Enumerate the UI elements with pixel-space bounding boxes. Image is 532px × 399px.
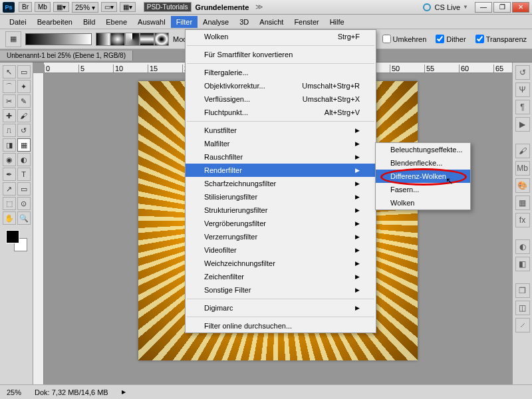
paths-panel-icon[interactable]: ⟋ — [515, 318, 530, 332]
stamp-tool[interactable]: ⎍ — [3, 124, 16, 137]
adjustments-panel-icon[interactable]: ◐ — [515, 239, 530, 254]
filter-item-scharfzeichnungsfilter[interactable]: Scharfzeichnungsfilter▶ — [186, 177, 376, 190]
brush-panel-icon[interactable]: 🖌 — [515, 144, 530, 158]
render-item-wolken[interactable]: Wolken — [376, 196, 470, 209]
filter-item-malfilter[interactable]: Malfilter▶ — [186, 137, 376, 150]
heal-tool[interactable]: ✚ — [3, 109, 16, 122]
styles-panel-icon[interactable]: fx — [515, 213, 530, 227]
channels-panel-icon[interactable]: ◫ — [515, 301, 530, 315]
filter-item-digimarc[interactable]: Digimarc▶ — [186, 301, 376, 315]
gradient-tool-icon[interactable]: ▦ — [5, 31, 21, 47]
filter-item-wolken[interactable]: WolkenStrg+F — [186, 30, 376, 43]
minibridge-button[interactable]: Mb — [35, 2, 51, 12]
history-panel-icon[interactable]: ↺ — [515, 65, 530, 80]
menu-ansicht[interactable]: Ansicht — [254, 16, 289, 28]
status-zoom[interactable]: 25% — [7, 388, 21, 396]
menu-auswahl[interactable]: Auswahl — [132, 16, 171, 28]
render-item-fasern-[interactable]: Fasern... — [376, 183, 470, 196]
swatches-panel-icon[interactable]: ▦ — [515, 196, 530, 210]
bridge-button[interactable]: Br — [19, 2, 32, 12]
render-item-beleuchtungseffekte-[interactable]: Beleuchtungseffekte... — [376, 143, 470, 156]
filter-item-fluchtpunkt-[interactable]: Fluchtpunkt...Alt+Strg+V — [186, 106, 376, 119]
gradient-preview[interactable] — [25, 33, 92, 45]
umkehren-checkbox[interactable]: Umkehren — [382, 35, 427, 43]
reflected-gradient-button[interactable] — [140, 33, 154, 46]
path-tool[interactable]: ↗ — [3, 182, 16, 196]
minimize-button[interactable]: — — [475, 2, 492, 13]
filter-item-objektivkorrektur-[interactable]: Objektivkorrektur...Umschalt+Strg+R — [186, 79, 376, 92]
3d-camera-tool[interactable]: ⊙ — [17, 197, 31, 210]
filter-item-renderfilter[interactable]: Renderfilter▶ — [186, 164, 376, 177]
gradient-tool[interactable]: ▦ — [17, 138, 31, 152]
type-tool[interactable]: T — [17, 168, 31, 181]
actions-panel-icon[interactable]: ▶ — [515, 117, 530, 132]
filter-item-rauschfilter[interactable]: Rauschfilter▶ — [186, 150, 376, 164]
filter-item-strukturierungsfilter[interactable]: Strukturierungsfilter▶ — [186, 203, 376, 217]
crop-tool[interactable]: ✂ — [3, 94, 16, 108]
filter-item-zeichenfilter[interactable]: Zeichenfilter▶ — [186, 270, 376, 283]
screen-mode-button[interactable]: ▦▾ — [53, 2, 69, 12]
filter-item-vergr-berungsfilter[interactable]: Vergröberungsfilter▶ — [186, 217, 376, 230]
menu-datei[interactable]: Datei — [4, 16, 32, 28]
filter-item-f-r-smartfilter-konvertieren[interactable]: Für Smartfilter konvertieren — [186, 48, 376, 61]
zoom-tool[interactable]: 🔍 — [17, 211, 31, 225]
menu-hilfe[interactable]: Hilfe — [325, 16, 350, 28]
filter-item-sonstige-filter[interactable]: Sonstige Filter▶ — [186, 283, 376, 297]
menu-ebene[interactable]: Ebene — [100, 16, 132, 28]
dither-checkbox[interactable]: Dither — [436, 35, 466, 43]
menu-filter[interactable]: Filter — [171, 16, 198, 28]
psd-tutorials-button[interactable]: PSD-Tutorials — [144, 2, 192, 12]
minibridge-panel-icon[interactable]: Mb — [515, 161, 530, 176]
marquee-tool[interactable]: ▭ — [17, 65, 31, 78]
eraser-tool[interactable]: ◨ — [3, 138, 16, 152]
workspace-more-icon[interactable]: ≫ — [255, 3, 263, 11]
linear-gradient-button[interactable] — [96, 33, 110, 46]
filter-item-verzerrungsfilter[interactable]: Verzerrungsfilter▶ — [186, 230, 376, 243]
brush-tool[interactable]: 🖌 — [17, 109, 31, 122]
character-panel-icon[interactable]: Ψ — [515, 82, 530, 97]
maximize-button[interactable]: ❐ — [493, 2, 511, 13]
paragraph-panel-icon[interactable]: ¶ — [515, 100, 530, 114]
close-button[interactable]: ✕ — [512, 2, 529, 13]
menu-bearbeiten[interactable]: Bearbeiten — [32, 16, 78, 28]
masks-panel-icon[interactable]: ◧ — [515, 257, 530, 271]
history-brush-tool[interactable]: ↺ — [17, 124, 31, 137]
filter-item-verfl-ssigen-[interactable]: Verflüssigen...Umschalt+Strg+X — [186, 92, 376, 106]
filter-item-weichzeichnungsfilter[interactable]: Weichzeichnungsfilter▶ — [186, 257, 376, 270]
status-doc-size[interactable]: Dok: 7,32 MB/14,6 MB — [35, 388, 108, 396]
pen-tool[interactable]: ✒ — [3, 168, 16, 181]
cs-live-button[interactable]: CS Live — [435, 3, 461, 11]
filter-item-stilisierungsfilter[interactable]: Stilisierungsfilter▶ — [186, 190, 376, 203]
document-tab[interactable]: Unbenannt-1 bei 25% (Ebene 1, RGB/8) — [0, 51, 133, 61]
radial-gradient-button[interactable] — [110, 33, 125, 46]
render-item-blendenflecke-[interactable]: Blendenflecke... — [376, 156, 470, 170]
zoom-level[interactable]: 25% ▾ — [72, 2, 98, 13]
menu-bild[interactable]: Bild — [78, 16, 100, 28]
blur-tool[interactable]: ◉ — [3, 153, 16, 166]
transparenz-checkbox[interactable]: Transparenz — [475, 35, 527, 43]
arrange-button[interactable]: ▦▾ — [120, 2, 136, 12]
color-panel-icon[interactable]: 🎨 — [515, 178, 530, 193]
layers-panel-icon[interactable]: ❐ — [515, 283, 530, 298]
color-swatches[interactable] — [6, 230, 27, 251]
workspace-label[interactable]: Grundelemente — [196, 3, 249, 11]
menu-analyse[interactable]: Analyse — [198, 16, 234, 28]
eyedropper-tool[interactable]: ✎ — [17, 94, 31, 108]
wand-tool[interactable]: ✦ — [17, 80, 31, 93]
3d-tool[interactable]: ⬚ — [3, 197, 16, 210]
foreground-color[interactable] — [6, 230, 19, 243]
menu-3d[interactable]: 3D — [234, 16, 254, 28]
move-tool[interactable]: ↖ — [3, 65, 16, 78]
angle-gradient-button[interactable] — [125, 33, 140, 46]
dodge-tool[interactable]: ◐ — [17, 153, 31, 166]
filter-item-filtergalerie-[interactable]: Filtergalerie... — [186, 66, 376, 79]
hand-tool[interactable]: ✋ — [3, 211, 16, 225]
render-item-differenz-wolken[interactable]: Differenz-Wolken — [376, 170, 470, 183]
lasso-tool[interactable]: ⌒ — [3, 80, 16, 93]
shape-tool[interactable]: ▭ — [17, 182, 31, 196]
filter-item-videofilter[interactable]: Videofilter▶ — [186, 243, 376, 257]
filter-item-kunstfilter[interactable]: Kunstfilter▶ — [186, 124, 376, 137]
diamond-gradient-button[interactable] — [154, 33, 169, 46]
filter-item-filter-online-durchsuchen-[interactable]: Filter online durchsuchen... — [186, 319, 376, 332]
view-extras-button[interactable]: ▭▾ — [101, 2, 117, 12]
